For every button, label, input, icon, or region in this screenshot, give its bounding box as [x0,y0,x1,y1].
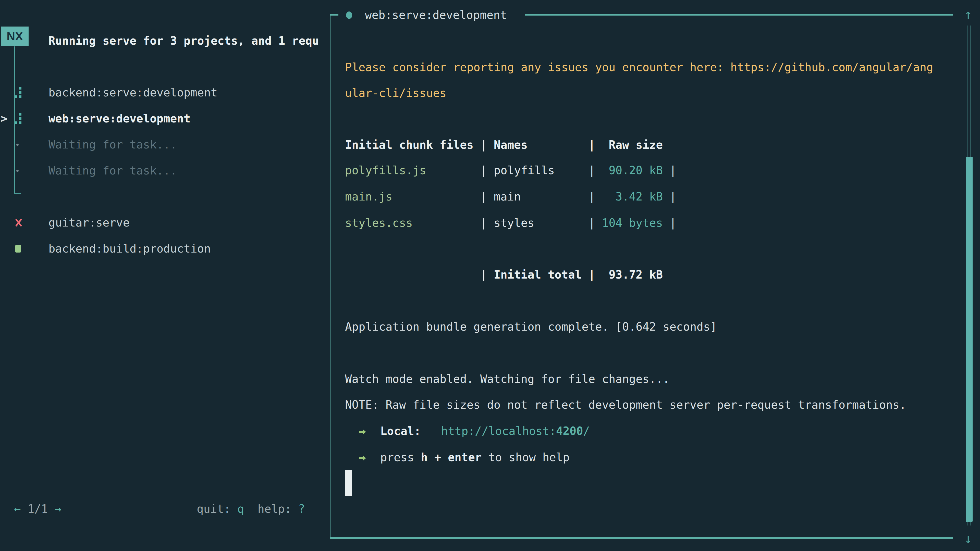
scrollbar-thumb[interactable] [966,157,973,522]
gap [367,451,380,464]
pager-current: 1/1 [27,502,48,515]
spacing [421,424,441,437]
chunk-name: main [494,190,582,203]
help-label: help: [258,502,298,515]
watch-mode-line: Watch mode enabled. Watching for file ch… [345,371,670,387]
chunk-name: styles [494,216,582,229]
indent [345,424,359,437]
panel-border-bottom [330,537,953,539]
help-prefix: press [380,451,421,464]
pipe: | [663,190,676,203]
local-url-slash[interactable]: / [583,424,590,437]
pipe: | [582,268,602,281]
spinner-icon [15,113,22,124]
selection-chevron-icon: > [0,111,7,127]
task-item-waiting-1[interactable]: Waiting for task... [48,137,177,152]
panel-border-top [525,14,953,16]
pipe: | [582,164,602,177]
col-sep: | [480,138,494,151]
gap [367,424,380,437]
help-key: ? [298,502,305,515]
col-names: Names [494,138,582,151]
panel-border-top-stub [330,14,339,16]
nx-logo: NX [1,27,29,46]
help-suffix: to show help [482,451,570,464]
pipe: | [480,268,494,281]
bundle-complete-line: Application bundle generation complete. … [345,319,717,335]
chunk-file: styles.css [345,216,480,229]
col-files: Initial chunk files [345,138,480,151]
local-url-link[interactable]: http://localhost: [441,424,556,437]
note-line: NOTE: Raw file sizes do not reflect deve… [345,397,906,413]
output-panel-title: web:serve:development [365,7,507,23]
pager-position [21,502,28,515]
chunk-row-styles: styles.css | styles | 104 bytes | [345,215,676,231]
notice-line-1: Please consider reporting any issues you… [345,59,933,75]
help-hint-line: press h + enter to show help [345,449,570,465]
task-group-bracket-tick [14,193,21,194]
pipe: | [480,216,494,229]
pipe: | [582,216,602,229]
blank [345,268,480,281]
pager-spacer [48,502,55,515]
spinner-icon [15,87,22,98]
nx-terminal-ui: NX Running serve for 3 projects, and 1 r… [0,0,980,551]
task-item-web-serve[interactable]: web:serve:development [48,111,190,127]
local-url-port[interactable]: 4200 [556,424,583,437]
chunk-row-main: main.js | main | 3.42 kB | [345,189,676,205]
chunk-size: 90.20 kB [602,164,663,177]
scroll-down-icon[interactable]: ↓ [964,530,980,546]
indent [345,451,359,464]
waiting-dot-icon [16,170,19,172]
pipe: | [480,164,494,177]
hint-gap [244,502,258,515]
quit-key: q [237,502,244,515]
local-url-line: Local: http://localhost:4200/ [345,423,590,439]
chunk-row-polyfills: polyfills.js | polyfills | 90.20 kB | [345,162,676,178]
pager-prev-icon[interactable]: ← [14,502,21,515]
initial-total-row: | Initial total | 93.72 kB [345,267,663,283]
chunk-size: 104 bytes [602,216,663,229]
help-keys: h + enter [421,451,482,464]
task-item-backend-serve[interactable]: backend:serve:development [48,85,218,100]
notice-line-2: ular-cli/issues [345,85,446,101]
task-item-waiting-2[interactable]: Waiting for task... [48,163,177,179]
pager-next-icon[interactable]: → [55,502,62,515]
pipe: | [582,190,602,203]
arrow-right-icon [359,428,367,436]
waiting-dot-icon [16,144,19,146]
failed-x-icon [14,218,23,228]
chunk-name: polyfills [494,164,582,177]
total-label: Initial total [494,268,582,281]
pipe: | [480,190,494,203]
total-size: 93.72 kB [602,268,663,281]
col-sep: | [582,138,602,151]
panel-border-left [330,14,331,539]
chunk-file: polyfills.js [345,164,480,177]
col-raw-size: Raw size [602,138,663,151]
task-item-guitar-serve[interactable]: guitar:serve [48,215,130,230]
quit-label: quit: [197,502,237,515]
scroll-up-icon[interactable]: ↑ [964,6,980,22]
app-title: Running serve for 3 projects, and 1 requ [48,33,319,49]
arrow-right-icon [359,454,367,462]
chunk-file: main.js [345,190,480,203]
pipe: | [663,216,676,229]
shortcut-hints: quit: q help: ? [189,501,305,517]
success-square-icon [15,245,21,252]
pipe: | [663,164,676,177]
task-item-backend-build[interactable]: backend:build:production [48,241,211,257]
local-label: Local: [380,424,421,437]
pager: ← 1/1 → [14,501,61,517]
terminal-cursor [345,470,352,496]
status-dot-icon [346,11,352,19]
chunk-table-header: Initial chunk files | Names | Raw size [345,137,663,153]
chunk-size: 3.42 kB [602,190,663,203]
